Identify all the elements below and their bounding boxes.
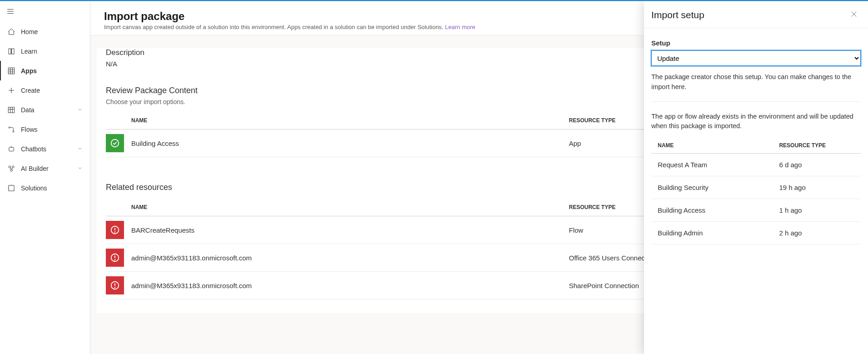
chevron-down-icon	[77, 165, 83, 172]
error-icon	[106, 249, 124, 267]
table-row[interactable]: Building Access 1 h ago	[651, 199, 861, 222]
import-setup-panel: Import setup Setup Update The package cr…	[644, 2, 868, 354]
success-icon	[106, 134, 124, 152]
nav-item-ai-builder[interactable]: AI Builder	[0, 159, 90, 178]
resource-name: admin@M365x931183.onmicrosoft.com	[128, 272, 565, 299]
nav-label: Home	[21, 28, 90, 35]
resource-age: 1 h ago	[773, 199, 861, 222]
resource-name: Request A Team	[651, 154, 773, 176]
svg-point-13	[115, 259, 115, 260]
col-name: NAME	[651, 138, 773, 154]
home-icon	[6, 28, 16, 36]
svg-point-3	[13, 131, 14, 132]
col-type: RESOURCE TYPE	[773, 138, 861, 154]
svg-rect-1	[8, 107, 15, 113]
table-row[interactable]: Building Security 19 h ago	[651, 176, 861, 199]
nav-label: Data	[21, 106, 77, 114]
table-row[interactable]: Request A Team 6 d ago	[651, 154, 861, 176]
resource-age: 6 d ago	[773, 154, 861, 176]
resource-name: admin@M365x931183.onmicrosoft.com	[128, 244, 565, 272]
nav-item-solutions[interactable]: Solutions	[0, 178, 90, 198]
nav-item-flows[interactable]: Flows	[0, 120, 90, 139]
flow-icon	[6, 125, 16, 134]
bot-icon	[6, 145, 16, 153]
setup-label: Setup	[651, 39, 861, 47]
book-icon	[6, 47, 16, 55]
resource-age: 19 h ago	[773, 176, 861, 199]
nav-label: Chatbots	[21, 145, 77, 153]
resource-name: Building Access	[128, 130, 565, 157]
nav-label: Create	[21, 87, 90, 94]
main-area: Import package Import canvas app created…	[90, 2, 868, 354]
nav-label: Flows	[21, 126, 90, 133]
nav-item-create[interactable]: Create	[0, 80, 90, 100]
nav-item-home[interactable]: Home	[0, 22, 90, 41]
resource-age: 2 h ago	[773, 222, 861, 244]
svg-point-11	[115, 232, 115, 232]
chevron-down-icon	[77, 145, 83, 153]
puzzle-icon	[6, 184, 16, 192]
nav-label: Apps	[21, 67, 90, 75]
svg-rect-0	[8, 68, 15, 74]
close-icon[interactable]	[847, 7, 861, 22]
col-name: NAME	[128, 199, 565, 216]
nav-label: Solutions	[21, 184, 90, 192]
resource-name: Building Security	[651, 176, 773, 199]
nav-item-chatbots[interactable]: Chatbots	[0, 139, 90, 159]
table-row[interactable]: Building Admin 2 h ago	[651, 222, 861, 244]
error-icon	[106, 276, 124, 294]
nav-label: AI Builder	[21, 165, 77, 172]
svg-rect-4	[9, 147, 14, 151]
svg-point-7	[10, 169, 13, 171]
nav-item-data[interactable]: Data	[0, 100, 90, 120]
error-icon	[106, 221, 124, 239]
svg-point-2	[9, 127, 10, 128]
setup-info-text: The app or flow already exists in the en…	[651, 112, 861, 132]
chevron-down-icon	[77, 106, 83, 114]
hamburger-icon[interactable]	[6, 7, 15, 17]
svg-rect-8	[9, 185, 14, 191]
plus-icon	[6, 86, 16, 95]
setup-help-text: The package creator chose this setup. Yo…	[651, 72, 861, 92]
table-icon	[6, 106, 16, 114]
setup-dropdown[interactable]: Update	[651, 50, 861, 66]
resource-name: BARCreateRequests	[128, 216, 565, 244]
learn-more-link[interactable]: Learn more	[445, 24, 475, 30]
nav-label: Learn	[21, 48, 90, 55]
left-nav: Home Learn Apps Create Data Flows Chatbo…	[0, 2, 90, 354]
grid-icon	[6, 67, 16, 75]
svg-point-9	[111, 140, 119, 147]
nav-item-apps[interactable]: Apps	[0, 61, 90, 80]
panel-title: Import setup	[651, 10, 704, 20]
resource-name: Building Admin	[651, 222, 773, 244]
col-name: NAME	[128, 112, 565, 130]
nav-item-learn[interactable]: Learn	[0, 41, 90, 61]
ai-icon	[6, 165, 16, 173]
existing-resources-table: NAME RESOURCE TYPE Request A Team 6 d ag…	[651, 138, 861, 244]
svg-point-15	[115, 287, 115, 288]
resource-name: Building Access	[651, 199, 773, 222]
